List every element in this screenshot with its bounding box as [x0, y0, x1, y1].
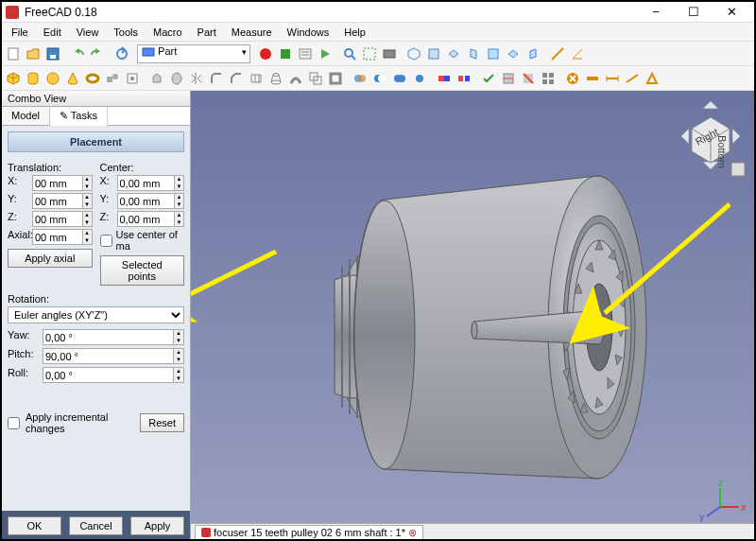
apply-incremental-checkbox[interactable]	[8, 417, 20, 429]
offset-icon[interactable]	[306, 69, 325, 88]
maximize-button[interactable]: ☐	[675, 3, 713, 22]
cz-input[interactable]: ▲▼	[117, 211, 185, 227]
drawstyle-icon[interactable]	[380, 44, 399, 63]
tab-model[interactable]: Model	[2, 107, 50, 125]
cancel-button[interactable]: Cancel	[69, 516, 123, 535]
left-view-icon[interactable]	[524, 44, 542, 63]
navcube-bottom-label: Bottom	[716, 135, 728, 168]
doc-close-icon[interactable]: ⊗	[408, 527, 417, 539]
new-icon[interactable]	[4, 44, 23, 63]
bottom-view-icon[interactable]	[504, 44, 523, 63]
z-input[interactable]: ▲▼	[32, 211, 93, 227]
iso-view-icon[interactable]	[404, 44, 423, 63]
zoom-region-icon[interactable]	[360, 44, 379, 63]
3d-view[interactable]: x z y Right	[191, 91, 754, 541]
open-icon[interactable]	[24, 44, 43, 63]
pitch-input[interactable]: ▲▼	[43, 348, 184, 364]
menu-tools[interactable]: Tools	[106, 25, 146, 40]
cylinder-icon[interactable]	[24, 69, 43, 88]
minimize-button[interactable]: −	[637, 3, 675, 22]
check-icon[interactable]	[479, 69, 498, 88]
cone-icon[interactable]	[63, 69, 82, 88]
torus-icon[interactable]	[83, 69, 102, 88]
primitives-icon[interactable]	[103, 69, 122, 88]
zoom-fit-icon[interactable]	[340, 44, 359, 63]
y-input[interactable]: ▲▼	[32, 193, 93, 209]
menu-view[interactable]: View	[69, 25, 107, 40]
close-button[interactable]: ✕	[713, 3, 750, 22]
cross-sections-icon[interactable]	[499, 69, 518, 88]
svg-rect-37	[438, 76, 444, 81]
chamfer-icon[interactable]	[227, 69, 246, 88]
measure-delta-icon[interactable]	[643, 69, 662, 88]
yaw-input[interactable]: ▲▼	[43, 329, 184, 345]
join-icon[interactable]	[435, 69, 454, 88]
measure-linear-icon[interactable]	[548, 44, 567, 63]
boolean-icon[interactable]	[351, 69, 369, 88]
right-view-icon[interactable]	[464, 44, 483, 63]
tab-tasks[interactable]: ✎ Tasks	[50, 107, 108, 126]
macro-play-icon[interactable]	[316, 44, 335, 63]
save-icon[interactable]	[43, 44, 62, 63]
apply-axial-button[interactable]: Apply axial	[8, 249, 93, 268]
measure-3d-icon[interactable]	[623, 69, 642, 88]
section-icon[interactable]	[519, 69, 538, 88]
x-input[interactable]: ▲▼	[32, 175, 93, 191]
intersect-icon[interactable]	[410, 69, 429, 88]
menu-part[interactable]: Part	[190, 25, 224, 40]
loft-icon[interactable]	[266, 69, 285, 88]
use-center-checkbox[interactable]	[100, 235, 112, 247]
menu-measure[interactable]: Measure	[224, 25, 280, 40]
pitch-label: Pitch:	[8, 348, 40, 364]
apply-button[interactable]: Apply	[130, 516, 184, 535]
top-view-icon[interactable]	[444, 44, 463, 63]
undo-icon[interactable]	[68, 44, 87, 63]
ruled-icon[interactable]	[247, 69, 266, 88]
split-icon[interactable]	[455, 69, 473, 88]
menu-file[interactable]: File	[4, 25, 36, 40]
sweep-icon[interactable]	[286, 69, 305, 88]
redo-icon[interactable]	[88, 44, 107, 63]
cx-label: X:	[100, 175, 115, 191]
use-center-label: Use center of ma	[116, 229, 185, 252]
menu-macro[interactable]: Macro	[146, 25, 190, 40]
svg-line-72	[707, 507, 720, 516]
builder-icon[interactable]	[123, 69, 142, 88]
thickness-icon[interactable]	[326, 69, 345, 88]
measure-toggle-icon[interactable]	[583, 69, 602, 88]
front-view-icon[interactable]	[424, 44, 443, 63]
union-icon[interactable]	[390, 69, 409, 88]
revolve-icon[interactable]	[167, 69, 186, 88]
measure-clear-icon[interactable]	[563, 69, 582, 88]
refresh-icon[interactable]	[112, 44, 131, 63]
rear-view-icon[interactable]	[484, 44, 503, 63]
menu-help[interactable]: Help	[336, 25, 373, 40]
macro-list-icon[interactable]	[296, 44, 315, 63]
axial-input[interactable]: ▲▼	[32, 229, 93, 245]
document-tab[interactable]: focuser 15 teeth pulley 02 6 mm shaft : …	[195, 525, 423, 541]
extrude-icon[interactable]	[147, 69, 166, 88]
workbench-selector[interactable]: Part	[137, 44, 250, 63]
svg-rect-13	[384, 50, 395, 58]
cx-input[interactable]: ▲▼	[117, 175, 185, 191]
navigation-cube[interactable]: Right Bottom	[673, 96, 748, 182]
compound-icon[interactable]	[539, 69, 558, 88]
menu-edit[interactable]: Edit	[36, 25, 69, 40]
ok-button[interactable]: OK	[8, 516, 61, 535]
measure-angular-icon[interactable]	[568, 44, 587, 63]
fillet-icon[interactable]	[207, 69, 226, 88]
macro-stop-icon[interactable]	[276, 44, 295, 63]
cy-input[interactable]: ▲▼	[117, 193, 185, 209]
selected-points-button[interactable]: Selected points	[100, 255, 185, 286]
rotation-mode-select[interactable]: Euler angles (XY'Z")	[8, 306, 184, 323]
mirror-icon[interactable]	[187, 69, 206, 88]
reset-button[interactable]: Reset	[140, 413, 184, 432]
macro-record-icon[interactable]	[256, 44, 275, 63]
cube-icon[interactable]	[4, 69, 23, 88]
svg-rect-7	[300, 49, 311, 59]
menu-windows[interactable]: Windows	[280, 25, 337, 40]
measure-all-icon[interactable]	[603, 69, 622, 88]
roll-input[interactable]: ▲▼	[43, 367, 184, 383]
cut-icon[interactable]	[370, 69, 389, 88]
sphere-icon[interactable]	[43, 69, 62, 88]
